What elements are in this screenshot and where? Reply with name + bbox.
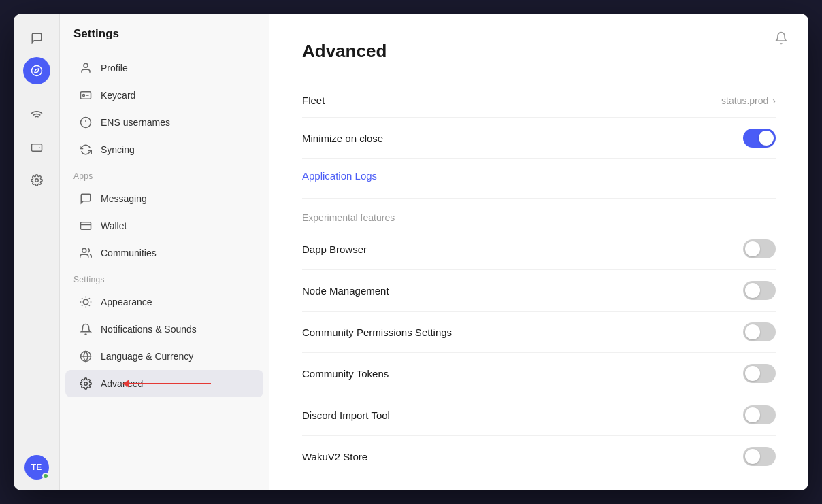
sidebar-item-ens[interactable]: ENS usernames	[65, 109, 263, 136]
avatar[interactable]: TE	[24, 455, 49, 480]
wallet-nav-icon[interactable]	[23, 134, 50, 161]
sidebar-item-ens-label: ENS usernames	[101, 117, 170, 128]
svg-point-4	[35, 179, 38, 182]
node-management-label: Node Management	[302, 285, 389, 297]
svg-point-14	[83, 299, 88, 305]
minimize-row: Minimize on close	[302, 118, 776, 159]
svg-line-17	[82, 298, 82, 299]
svg-point-7	[83, 95, 85, 97]
wakuv2-toggle[interactable]	[743, 447, 776, 466]
toggle-thumb-perms	[745, 324, 760, 339]
toggle-thumb-node	[745, 283, 760, 298]
advanced-icon	[79, 377, 93, 390]
settings-nav-icon[interactable]	[23, 167, 50, 194]
toggle-thumb-tokens	[745, 366, 760, 381]
section-apps-label: Apps	[60, 163, 269, 185]
fleet-value-container[interactable]: status.prod ›	[721, 95, 776, 106]
minimize-toggle[interactable]	[743, 129, 776, 148]
fleet-value: status.prod	[721, 95, 768, 106]
sidebar-item-profile[interactable]: Profile	[65, 54, 263, 82]
sidebar-item-wallet[interactable]: Wallet	[65, 212, 263, 239]
community-tokens-label: Community Tokens	[302, 368, 389, 380]
sidebar-item-keycard[interactable]: Keycard	[65, 82, 263, 109]
messaging-icon	[79, 192, 93, 205]
svg-point-25	[84, 382, 88, 386]
svg-point-13	[82, 248, 86, 252]
discord-import-toggle[interactable]	[743, 405, 776, 424]
sidebar-item-syncing-label: Syncing	[101, 144, 135, 155]
sidebar: Settings Profile Keycard	[60, 14, 269, 490]
toggle-thumb-dapp	[745, 241, 760, 256]
discover-nav-icon[interactable]	[23, 57, 50, 84]
community-permissions-toggle[interactable]	[743, 322, 776, 341]
nav-divider	[26, 93, 48, 93]
status-dot	[42, 473, 49, 480]
sidebar-item-language[interactable]: Language & Currency	[65, 343, 263, 370]
syncing-icon	[79, 143, 93, 156]
sidebar-item-language-label: Language & Currency	[101, 351, 193, 362]
section-settings-label: Settings	[60, 267, 269, 288]
svg-point-0	[31, 66, 42, 76]
svg-line-18	[89, 305, 90, 306]
app-window: TE Settings Profile Ke	[14, 14, 808, 490]
sidebar-item-wallet-label: Wallet	[101, 220, 127, 231]
page-title: Advanced	[302, 41, 776, 62]
svg-rect-12	[81, 222, 91, 230]
experimental-label: Experimental features	[302, 212, 776, 223]
toggle-thumb	[759, 131, 774, 146]
sidebar-item-profile-label: Profile	[101, 63, 128, 73]
wifi-nav-icon[interactable]	[23, 101, 50, 129]
community-tokens-row: Community Tokens	[302, 353, 776, 394]
app-logs-link[interactable]: Application Logs	[302, 159, 776, 192]
sidebar-item-messaging-label: Messaging	[101, 193, 147, 204]
sidebar-item-appearance[interactable]: Appearance	[65, 288, 263, 316]
arrow-head	[122, 380, 129, 388]
svg-rect-3	[31, 144, 42, 152]
sidebar-item-notifications-label: Notifications & Sounds	[101, 324, 197, 335]
language-icon	[79, 350, 93, 363]
chat-nav-icon[interactable]	[23, 24, 50, 52]
sidebar-item-appearance-label: Appearance	[101, 297, 152, 307]
node-management-toggle[interactable]	[743, 281, 776, 300]
main-content: Advanced Fleet status.prod › Minimize on…	[269, 14, 808, 490]
ens-icon	[79, 116, 93, 129]
dapp-browser-toggle[interactable]	[743, 239, 776, 258]
toggle-thumb-discord	[745, 407, 760, 422]
toggle-thumb-waku	[745, 449, 760, 464]
notification-bell[interactable]	[770, 27, 792, 49]
svg-line-22	[89, 298, 90, 299]
fleet-label: Fleet	[302, 95, 325, 106]
minimize-label: Minimize on close	[302, 133, 383, 144]
svg-marker-1	[34, 69, 38, 73]
sidebar-item-keycard-label: Keycard	[101, 90, 135, 101]
discord-import-row: Discord Import Tool	[302, 394, 776, 436]
dapp-browser-label: Dapp Browser	[302, 243, 367, 255]
sidebar-item-syncing[interactable]: Syncing	[65, 136, 263, 163]
avatar-initials: TE	[31, 463, 42, 472]
chevron-right-icon: ›	[772, 95, 776, 106]
sidebar-item-messaging[interactable]: Messaging	[65, 185, 263, 212]
community-permissions-label: Community Permissions Settings	[302, 326, 452, 338]
sidebar-item-communities-label: Communities	[101, 248, 157, 258]
wakuv2-label: WakuV2 Store	[302, 451, 367, 463]
discord-import-label: Discord Import Tool	[302, 409, 390, 421]
arrow-line	[129, 383, 211, 384]
arrow-indicator	[122, 380, 211, 388]
sidebar-item-notifications[interactable]: Notifications & Sounds	[65, 316, 263, 343]
notifications-icon	[79, 322, 93, 336]
sidebar-item-communities[interactable]: Communities	[65, 239, 263, 267]
communities-icon	[79, 246, 93, 260]
sidebar-item-advanced[interactable]: Advanced	[65, 370, 263, 397]
nav-bar: TE	[14, 14, 60, 490]
community-tokens-toggle[interactable]	[743, 364, 776, 383]
section-divider	[302, 198, 776, 199]
svg-line-21	[82, 305, 82, 306]
profile-icon	[79, 61, 93, 75]
fleet-row: Fleet status.prod ›	[302, 84, 776, 118]
appearance-icon	[79, 295, 93, 309]
wakuv2-row: WakuV2 Store	[302, 436, 776, 477]
svg-point-5	[84, 63, 88, 67]
wallet-icon	[79, 219, 93, 233]
node-management-row: Node Management	[302, 270, 776, 312]
dapp-browser-row: Dapp Browser	[302, 229, 776, 270]
